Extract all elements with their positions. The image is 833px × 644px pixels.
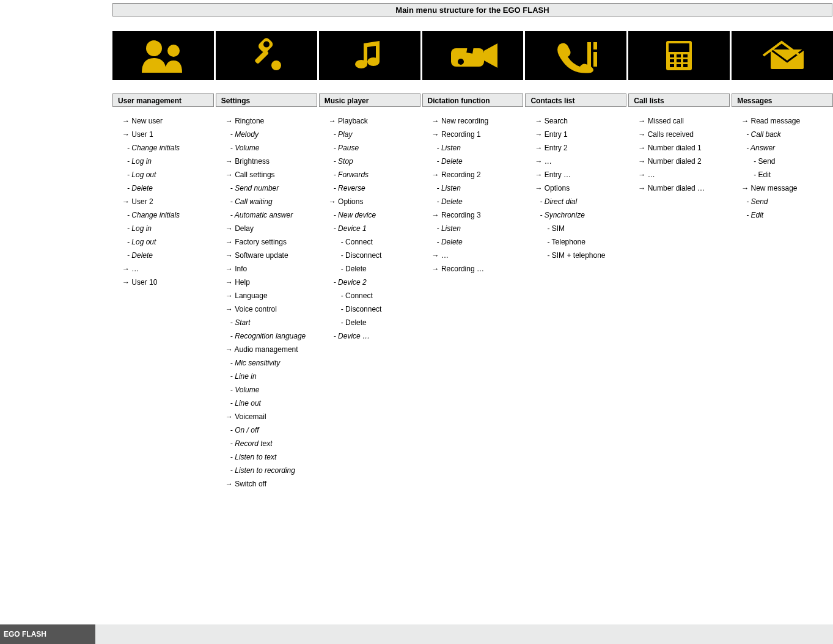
menu-item: Disconnect	[319, 249, 420, 262]
menu-column: Missed callCalls receivedNumber dialed 1…	[628, 114, 730, 491]
menu-item: Delete	[319, 316, 420, 329]
menu-item: Send	[732, 155, 833, 168]
svg-rect-16	[670, 54, 674, 57]
menu-item: Playback	[319, 114, 420, 128]
menu-item: Help	[216, 276, 317, 289]
menu-item: Send number	[216, 181, 317, 195]
svg-rect-18	[683, 54, 688, 57]
menu-item: …	[422, 249, 524, 262]
menu-item: Recording 2	[422, 168, 524, 181]
messages-icon	[732, 31, 833, 80]
menu-item: Search	[525, 114, 626, 128]
dictation-icon	[422, 31, 524, 80]
menu-item: SIM + telephone	[525, 249, 626, 262]
col-header: Call lists	[628, 93, 730, 107]
menu-item: Device 2	[319, 276, 420, 289]
menu-item: Mic sensitivity	[216, 356, 317, 370]
menu-item: Voice control	[216, 302, 317, 316]
menu-item: …	[112, 262, 214, 276]
menu-item: Log out	[112, 168, 214, 181]
menu-item: Device …	[319, 329, 420, 343]
menu-item: Recording 1	[422, 128, 524, 141]
svg-point-0	[146, 40, 162, 56]
menu-column: New recordingRecording 1ListenDeleteReco…	[422, 114, 524, 491]
svg-rect-15	[669, 43, 689, 52]
svg-point-5	[271, 60, 281, 70]
settings-icon	[216, 31, 317, 80]
menu-item: New message	[732, 181, 833, 195]
menu-item: Pause	[319, 141, 420, 155]
menu-item: …	[628, 168, 730, 181]
menu-item: Call settings	[216, 168, 317, 181]
menu-item: Reverse	[319, 181, 420, 195]
menu-item: Info	[216, 262, 317, 276]
menu-column: RingtoneMelodyVolumeBrightnessCall setti…	[216, 114, 317, 491]
menu-column: PlaybackPlayPauseStopForwardsReverseOpti…	[319, 114, 420, 491]
menu-item: Stop	[319, 155, 420, 168]
menu-item: Number dialed 2	[628, 155, 730, 168]
menu-item: New device	[319, 208, 420, 222]
menu-column: New userUser 1Change initialsLog inLog o…	[112, 114, 214, 491]
col-header: Dictation function	[422, 93, 524, 107]
col-header: Contacts list	[525, 93, 626, 107]
menu-item: Volume	[216, 383, 317, 397]
menu-item: On / off	[216, 423, 317, 437]
menu-item: User 1	[112, 128, 214, 141]
menu-item: Device 1	[319, 222, 420, 235]
menu-item: New user	[112, 114, 214, 128]
users-icon	[112, 31, 214, 80]
menu-item: Call waiting	[216, 195, 317, 208]
music-icon	[319, 31, 420, 80]
menu-item: Entry …	[525, 168, 626, 181]
menu-item: Delete	[422, 155, 524, 168]
menu-item: Switch off	[216, 477, 317, 491]
menu-item: Log out	[112, 235, 214, 249]
menu-item: Recording …	[422, 262, 524, 276]
menu-item: Start	[216, 316, 317, 329]
menu-item: Calls received	[628, 128, 730, 141]
page-title: Main menu structure for the EGO FLASH	[112, 3, 832, 16]
menu-item: Number dialed 1	[628, 141, 730, 155]
col-header: Messages	[732, 93, 833, 107]
menu-item: Audio management	[216, 343, 317, 356]
menu-item: Number dialed …	[628, 181, 730, 195]
svg-rect-10	[466, 46, 474, 54]
menu-item: Edit	[732, 168, 833, 181]
menu-item: Edit	[732, 208, 833, 222]
menu-item: Listen	[422, 141, 524, 155]
menu-column: SearchEntry 1Entry 2…Entry …OptionsDirec…	[525, 114, 626, 491]
menu-item: Delay	[216, 222, 317, 235]
phone-icon	[525, 31, 626, 80]
menu-item: Ringtone	[216, 114, 317, 128]
menu-item: Send	[732, 195, 833, 208]
menu-item: Automatic answer	[216, 208, 317, 222]
menu-item: New recording	[422, 114, 524, 128]
keypad-icon	[628, 31, 730, 80]
svg-rect-19	[670, 59, 674, 62]
menu-item: Delete	[319, 262, 420, 276]
svg-rect-22	[670, 64, 674, 67]
menu-item: Disconnect	[319, 302, 420, 316]
menu-item: Direct dial	[525, 195, 626, 208]
menu-item: Delete	[112, 249, 214, 262]
menu-item: Log in	[112, 222, 214, 235]
menu-item: Options	[319, 195, 420, 208]
col-header: Music player	[319, 93, 420, 107]
menu-item: Listen to recording	[216, 464, 317, 477]
menu-item: Line out	[216, 397, 317, 410]
svg-rect-20	[677, 59, 681, 62]
menu-item: User 10	[112, 276, 214, 289]
menu-item: Connect	[319, 235, 420, 249]
svg-rect-12	[593, 42, 597, 49]
menu-item: Synchronize	[525, 208, 626, 222]
menu-item: Play	[319, 128, 420, 141]
menu-item: Voicemail	[216, 410, 317, 423]
col-header: User management	[112, 93, 214, 107]
menu-item: Read message	[732, 114, 833, 128]
menu-item: Recording 3	[422, 208, 524, 222]
menu-item: User 2	[112, 195, 214, 208]
menu-item: Connect	[319, 289, 420, 302]
menu-item: SIM	[525, 222, 626, 235]
menu-item: Volume	[216, 141, 317, 155]
menu-item: Language	[216, 289, 317, 302]
